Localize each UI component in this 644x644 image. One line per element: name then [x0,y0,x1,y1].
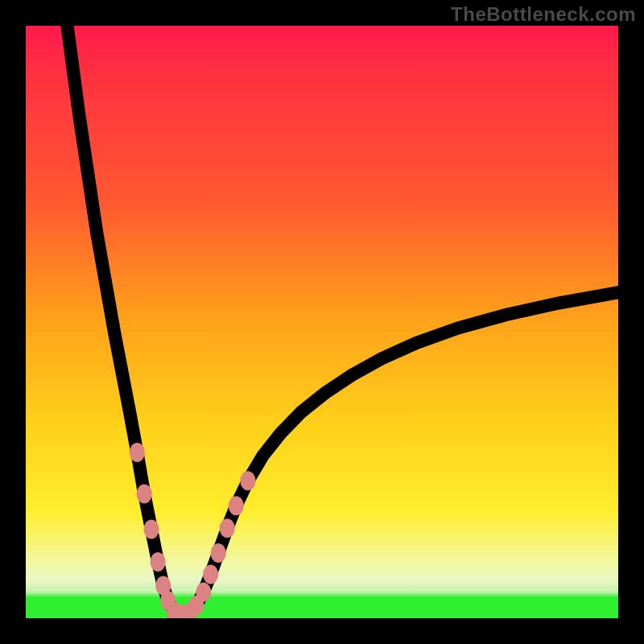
curve-marker [240,471,255,490]
curve-marker [211,543,226,563]
curve-marker [203,565,218,584]
watermark-text: TheBottleneck.com [451,3,636,26]
plot-area [26,26,618,618]
curve-marker [151,552,166,572]
curve-marker [220,518,235,538]
curve-marker [196,583,211,602]
bottleneck-curve-svg [26,26,618,618]
curve-marker [229,496,244,515]
curve-marker [143,520,159,539]
chart-frame: TheBottleneck.com [0,0,644,644]
curve-marker [137,484,152,503]
curve-markers [130,443,256,618]
curve-marker [130,443,145,462]
